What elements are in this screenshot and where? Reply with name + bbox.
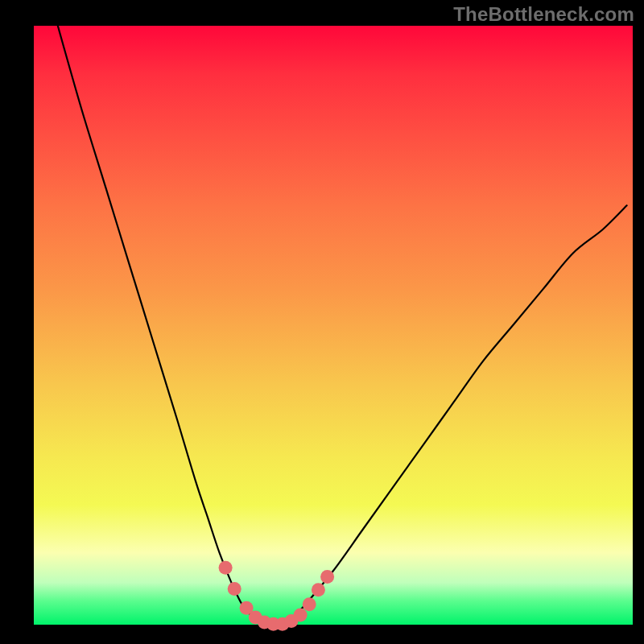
marker-dot (294, 609, 308, 622)
watermark-text: TheBottleneck.com (453, 3, 634, 26)
marker-dot (320, 570, 334, 584)
plot-area (34, 26, 633, 625)
marker-dot (228, 582, 242, 596)
chart-frame: TheBottleneck.com (0, 0, 644, 644)
marker-dot (219, 561, 233, 575)
chart-svg (34, 26, 633, 625)
marker-dot (303, 597, 316, 611)
bottleneck-markers (219, 561, 335, 631)
marker-dot (312, 583, 325, 597)
bottleneck-curve-line (58, 26, 627, 625)
